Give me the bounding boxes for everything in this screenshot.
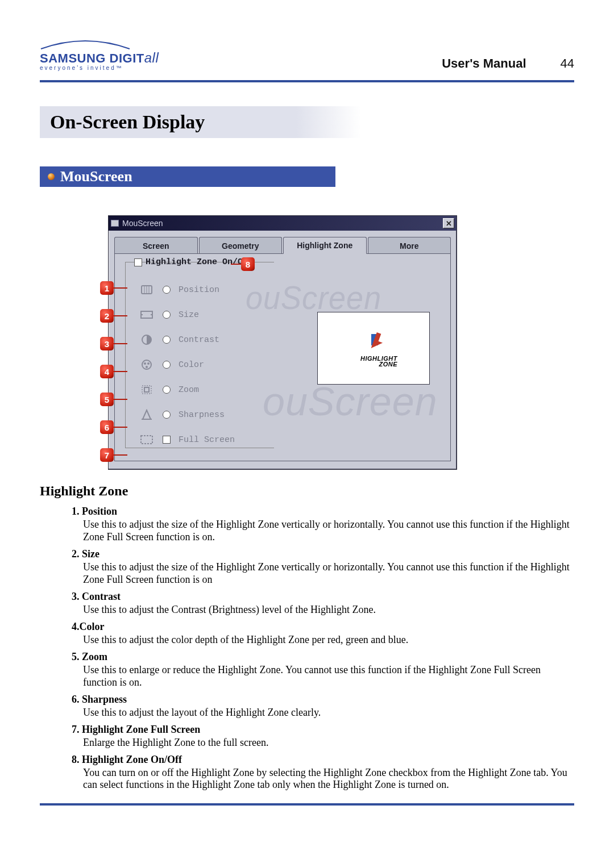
section-banner: MouScreen bbox=[40, 166, 335, 187]
desc-item-title: 4.Color bbox=[72, 621, 574, 633]
desc-item-title: 5. Zoom bbox=[72, 651, 574, 663]
desc-item-body: Use this to adjust the size of the Highl… bbox=[83, 519, 574, 544]
option-sharpness[interactable]: Sharpness bbox=[139, 408, 441, 421]
svg-point-8 bbox=[147, 362, 150, 365]
option-full-screen[interactable]: Full Screen bbox=[139, 433, 441, 446]
option-label: Color bbox=[179, 360, 204, 370]
option-label: Full Screen bbox=[179, 435, 235, 445]
option-position[interactable]: Position bbox=[139, 283, 441, 296]
svg-rect-13 bbox=[141, 436, 152, 444]
option-label: Size bbox=[179, 310, 199, 320]
titlebar: MouScreen ✕ bbox=[109, 216, 457, 231]
option-label: Sharpness bbox=[179, 410, 225, 420]
radio-icon[interactable] bbox=[163, 311, 171, 319]
radio-icon[interactable] bbox=[163, 286, 171, 294]
desc-item-title: 2. Size bbox=[72, 548, 574, 560]
desc-item-2: 2. SizeUse this to adjust the size of th… bbox=[72, 548, 574, 586]
fullscreen-icon bbox=[139, 433, 155, 446]
svg-rect-11 bbox=[144, 387, 149, 392]
page-title-banner: On-Screen Display bbox=[40, 106, 574, 138]
option-label: Contrast bbox=[179, 335, 219, 345]
option-label: Zoom bbox=[179, 385, 199, 395]
radio-icon[interactable] bbox=[163, 386, 171, 394]
desc-item-body: Use this to adjust the size of the Highl… bbox=[83, 561, 574, 586]
desc-item-title: 6. Sharpness bbox=[72, 694, 574, 706]
desc-item-6: 6. SharpnessUse this to adjust the layou… bbox=[72, 694, 574, 719]
tab-screen[interactable]: Screen bbox=[114, 237, 198, 254]
desc-item-1: 1. PositionUse this to adjust the size o… bbox=[72, 506, 574, 544]
highlight-zone-logo bbox=[361, 329, 386, 354]
desc-item-5: 5. ZoomUse this to enlarge or reduce the… bbox=[72, 651, 574, 689]
desc-item-body: Use this to adjust the Contrast (Brightn… bbox=[83, 604, 574, 616]
desc-item-title: 8. Highlight Zone On/Off bbox=[72, 754, 574, 766]
close-icon[interactable]: ✕ bbox=[443, 218, 454, 228]
window-title: MouScreen bbox=[122, 219, 439, 228]
desc-item-7: 7. Highlight Zone Full ScreenEnlarge the… bbox=[72, 724, 574, 749]
color-icon bbox=[139, 358, 155, 371]
toggle-label: Highlight Zone On/Off bbox=[146, 257, 253, 267]
page-number: 44 bbox=[561, 56, 574, 71]
logo-text-2: all bbox=[144, 50, 159, 65]
option-label: Position bbox=[179, 285, 219, 295]
contrast-icon bbox=[139, 333, 155, 346]
size-icon bbox=[139, 308, 155, 321]
desc-item-title: 1. Position bbox=[72, 506, 574, 518]
desc-item-body: Use this to adjust the layout of the Hig… bbox=[83, 707, 574, 719]
desc-item-body: Use this to adjust the color depth of th… bbox=[83, 634, 574, 646]
page-title: On-Screen Display bbox=[50, 111, 205, 133]
svg-point-7 bbox=[144, 362, 146, 365]
tab-panel: ouScreen ouScreen Highlight Zone On/Off … bbox=[114, 253, 451, 461]
position-icon bbox=[139, 283, 155, 296]
mouscreen-window: MouScreen ✕ Screen Geometry Highlight Zo… bbox=[108, 215, 457, 470]
bullet-icon bbox=[48, 173, 55, 180]
highlight-zone-toggle[interactable]: Highlight Zone On/Off bbox=[134, 257, 253, 267]
desc-item-body: Enlarge the Highlight Zone to the full s… bbox=[83, 737, 574, 749]
option-zoom[interactable]: Zoom bbox=[139, 383, 441, 396]
footer-rule bbox=[40, 803, 574, 806]
zoom-icon bbox=[139, 383, 155, 396]
checkbox-icon[interactable] bbox=[134, 258, 142, 266]
header-rule bbox=[40, 80, 574, 82]
desc-item-3: 3. ContrastUse this to adjust the Contra… bbox=[72, 591, 574, 616]
desc-item-body: You can turn on or off the Highlight Zon… bbox=[83, 767, 574, 792]
tab-strip: Screen Geometry Highlight Zone More bbox=[109, 231, 457, 253]
checkbox-icon[interactable] bbox=[163, 436, 171, 444]
desc-item-title: 3. Contrast bbox=[72, 591, 574, 603]
preview-label-2: ZONE bbox=[379, 361, 397, 368]
page-header: SAMSUNG DIGITall everyone's invited™ Use… bbox=[40, 40, 574, 77]
system-icon bbox=[111, 220, 119, 227]
description-heading: Highlight Zone bbox=[40, 483, 574, 499]
manual-label: User's Manual bbox=[442, 56, 526, 71]
section-title: MouScreen bbox=[60, 168, 132, 185]
svg-point-9 bbox=[146, 366, 148, 368]
desc-item-title: 7. Highlight Zone Full Screen bbox=[72, 724, 574, 736]
sharpness-icon bbox=[139, 408, 155, 421]
tab-more[interactable]: More bbox=[368, 237, 451, 254]
desc-item-8: 8. Highlight Zone On/OffYou can turn on … bbox=[72, 754, 574, 792]
tab-highlight-zone[interactable]: Highlight Zone bbox=[283, 237, 367, 254]
logo-text-1: SAMSUNG DIGIT bbox=[40, 51, 144, 65]
preview-box: HIGHLIGHTZONE bbox=[317, 312, 430, 385]
radio-icon[interactable] bbox=[163, 361, 171, 369]
desc-item-4: 4.ColorUse this to adjust the color dept… bbox=[72, 621, 574, 646]
tab-geometry[interactable]: Geometry bbox=[199, 237, 283, 254]
description: Highlight Zone 1. PositionUse this to ad… bbox=[40, 483, 574, 791]
radio-icon[interactable] bbox=[163, 411, 171, 419]
desc-item-body: Use this to enlarge or reduce the Highli… bbox=[83, 664, 574, 689]
radio-icon[interactable] bbox=[163, 336, 171, 344]
samsung-logo: SAMSUNG DIGITall everyone's invited™ bbox=[40, 40, 159, 71]
